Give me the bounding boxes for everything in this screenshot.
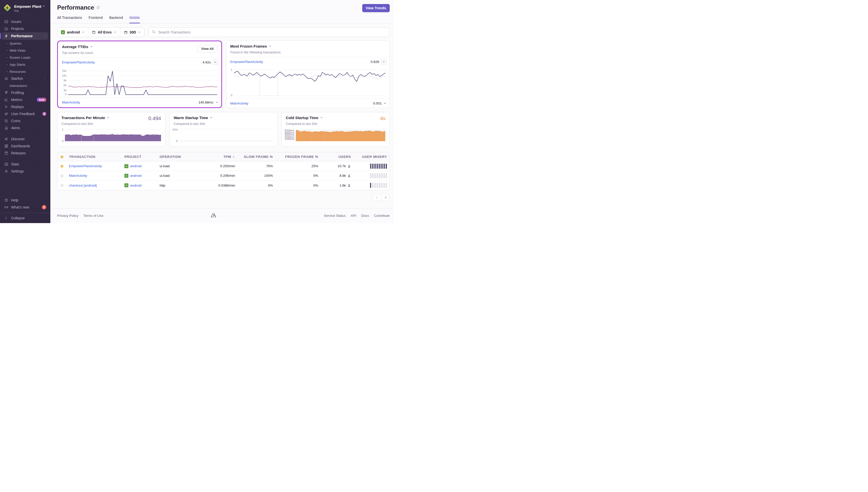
sidebar-item-label: Discover [11,137,25,141]
sidebar-nav: IssuesProjectsPerformanceQueriesWeb Vita… [0,16,50,197]
sidebar-item-projects[interactable]: Projects [2,25,48,32]
users-cell: 8.8k [321,174,353,177]
column-header-transaction[interactable]: TRANSACTION [67,155,122,158]
table-row: EmpowerPlantActivityandroidui.load0.250/… [57,162,389,171]
tab-backend[interactable]: Backend [109,16,123,23]
y-axis-tick-label: 0 [62,140,63,143]
sidebar-item-label: Stats [11,162,19,166]
tab-frontend[interactable]: Frontend [88,16,103,23]
project-link[interactable]: android [122,164,157,168]
transaction-link[interactable]: EmpowerPlantActivity [230,60,263,64]
sidebar-item-screen-loads[interactable]: Screen Loads [2,54,48,61]
average-ttids-title-dropdown[interactable]: Average TTIDs [62,45,93,49]
sidebar-item-discover[interactable]: Discover [2,136,48,143]
tab-bar: All TransactionsFrontendBackendMobile [57,16,390,23]
sidebar-item-queries[interactable]: Queries [2,40,48,47]
sidebar-item-interactions[interactable]: Interactions [2,82,48,89]
footer-link-service-status[interactable]: Service Status [324,214,346,218]
footer-link-privacy-policy[interactable]: Privacy Policy [57,214,78,218]
environment-filter[interactable]: All Envs [88,28,120,37]
sidebar-item-releases[interactable]: Releases [2,150,48,156]
transaction-link[interactable]: MainActivity [69,174,87,177]
cold-startup-title-dropdown[interactable]: Cold Startup Time [286,116,323,120]
sidebar-item-issues[interactable]: Issues [2,18,48,25]
warm-startup-title-dropdown[interactable]: Warm Startup Time [174,116,213,120]
sidebar-item-web-vitals[interactable]: Web Vitals [2,47,48,54]
sidebar-item-starfish[interactable]: Starfish [2,75,48,82]
column-header-slow-frame[interactable]: SLOW FRAME % [238,155,275,158]
sidebar-item-user-feedback[interactable]: User FeedbackB [2,110,48,117]
sidebar-item-alerts[interactable]: Alerts [2,124,48,131]
transaction-link[interactable]: checkout [android] [69,183,97,187]
sidebar-item-profiling[interactable]: Profiling [2,89,48,96]
bullet-icon [6,57,7,58]
sidebar-item-resources[interactable]: Resources [2,68,48,75]
question-circle-icon[interactable] [96,5,100,9]
content: android All Envs 30D [50,23,394,201]
collapse-row-button[interactable] [381,59,386,65]
chevron-up-icon [43,34,46,38]
previous-page-button[interactable] [373,194,381,201]
transaction-link[interactable]: EmpowerPlantActivity [69,164,102,168]
sidebar-item-settings[interactable]: Settings [2,168,48,175]
expand-row-button[interactable] [383,102,386,105]
tpm-cell: 0.0386/min [192,183,238,187]
tab-mobile[interactable]: Mobile [129,16,140,23]
tpm-subtitle: Compared to last 30d [61,122,110,126]
chevron-down-icon [210,116,213,120]
org-switcher[interactable]: Empower Plant Nar [0,0,50,16]
tpm-title-dropdown[interactable]: Transactions Per Minute [61,116,110,120]
count-badge: 5 [42,205,46,210]
sidebar-item-dashboards[interactable]: Dashboards [2,143,48,150]
view-all-button[interactable]: View All [198,45,217,53]
column-header-frozen-frame[interactable]: FROZEN FRAME % [275,155,321,158]
project-link[interactable]: android [122,174,157,178]
date-range-filter[interactable]: 30D [120,28,145,37]
next-page-button[interactable] [381,194,390,201]
users-cell: 10.7k [321,164,353,168]
footer-link-api[interactable]: API [351,214,356,218]
view-trends-button[interactable]: View Trends [362,4,390,12]
tab-all-transactions[interactable]: All Transactions [57,16,82,23]
collapse-row-button[interactable] [213,59,218,65]
footer-link-terms-of-use[interactable]: Terms of Use [83,214,103,218]
footer-link-contribute[interactable]: Contribute [374,214,390,218]
sidebar-item-replays[interactable]: Replays [2,103,48,110]
telescope-icon [4,137,8,141]
footer-link-docs[interactable]: Docs [361,214,369,218]
page-filter-bar: android All Envs 30D [57,27,145,37]
sidebar-item-performance[interactable]: Performance [2,32,48,40]
operation-cell: http [157,183,192,187]
star-toggle[interactable] [57,164,67,168]
warm-startup-panel: Warm Startup Time Compared to last 30d 1… [170,112,278,147]
transaction-link[interactable]: EmpowerPlantActivity [62,60,95,64]
column-header-user-misery[interactable]: USER MISERY [353,155,389,158]
column-header-project[interactable]: PROJECT [122,155,157,158]
column-header-users[interactable]: USERS [321,155,353,158]
sidebar-item-crons[interactable]: Crons [2,117,48,124]
sidebar-item-metrics[interactable]: Metricsbeta [2,96,48,103]
y-axis-tick-label: 0 [176,140,178,143]
transaction-link[interactable]: MainActivity [230,101,249,105]
sidebar-item-what-s-new[interactable]: What's new5 [2,204,48,211]
star-toggle[interactable] [57,174,67,178]
cold-startup-panel: Cold Startup Time Compared to last 30d 4… [281,112,390,147]
dashboard-icon [4,144,8,148]
project-link[interactable]: android [122,183,157,187]
search-input[interactable] [158,30,386,34]
column-header-tpm[interactable]: TPM [192,155,238,158]
most-frozen-frames-title-dropdown[interactable]: Most Frozen Frames [230,44,272,48]
star-icon[interactable] [57,155,67,159]
column-header-operation[interactable]: OPERATION [157,155,192,158]
y-axis-tick-label: 15s [62,69,67,72]
transaction-link[interactable]: MainActivity [62,100,80,104]
android-icon [61,30,65,34]
sidebar-item-app-starts[interactable]: App Starts [2,61,48,68]
project-filter[interactable]: android [57,28,88,37]
sidebar-item-collapse[interactable]: Collapse [2,215,48,222]
sidebar-item-stats[interactable]: Stats [2,161,48,168]
star-toggle[interactable] [57,183,67,187]
sidebar-item-help[interactable]: Help [2,197,48,204]
most-frozen-frames-subtitle: Found in the following transactions [230,50,386,54]
expand-row-button[interactable] [215,101,218,104]
